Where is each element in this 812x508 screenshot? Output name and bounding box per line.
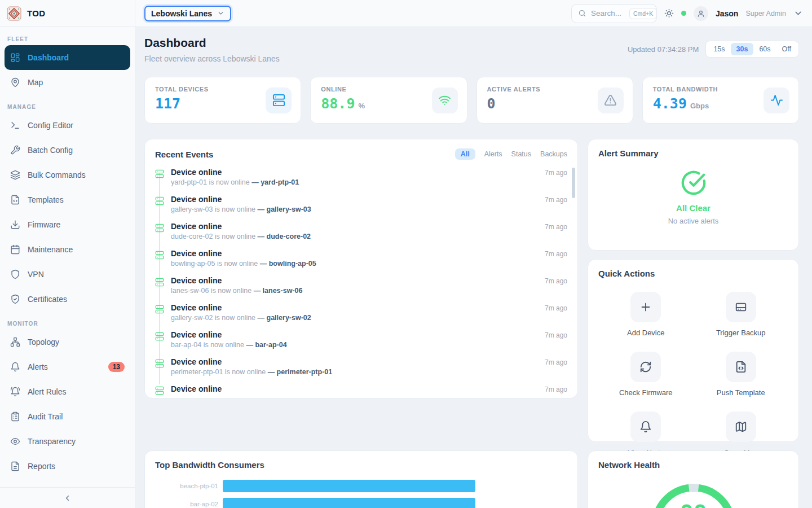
refresh-option-30s[interactable]: 30s xyxy=(731,43,754,55)
action-label: Check Firmware xyxy=(619,388,673,397)
site-selector[interactable]: Lebowski Lanes xyxy=(144,6,231,21)
sidebar-collapse-button[interactable] xyxy=(0,487,135,508)
event-row[interactable]: Device online7m ago yard-ptp-01 is now o… xyxy=(155,167,567,194)
dashboard-icon xyxy=(10,52,20,63)
main-area: Lebowski Lanes Cmd+K Jason Super Admin xyxy=(135,0,812,508)
bar-row: bar-ap-02 xyxy=(155,498,567,508)
sidebar-header: TOD xyxy=(0,0,135,27)
action-push-template[interactable]: Push Template xyxy=(694,344,789,404)
sidebar-item-bulk-commands[interactable]: Bulk Commands xyxy=(5,163,130,187)
events-scrollbar-thumb[interactable] xyxy=(572,168,575,198)
sidebar-item-topology[interactable]: Topology xyxy=(5,330,130,354)
theme-toggle-button[interactable] xyxy=(664,8,674,18)
bar[interactable] xyxy=(223,480,475,492)
event-row[interactable]: Device online7m ago dude-core-02 is now … xyxy=(155,221,567,248)
event-time: 7m ago xyxy=(545,169,567,177)
sidebar-item-transparency[interactable]: Transparency xyxy=(5,429,130,454)
bar[interactable] xyxy=(223,498,475,508)
sidebar-item-dashboard[interactable]: Dashboard xyxy=(5,45,130,70)
sidebar-item-firmware[interactable]: Firmware xyxy=(5,212,130,237)
sidebar-item-alerts[interactable]: Alerts 13 xyxy=(5,354,130,379)
health-value: 88 xyxy=(646,501,742,508)
wrench-icon xyxy=(10,145,20,155)
event-title: Device online xyxy=(171,384,222,393)
event-title: Device online xyxy=(171,195,222,204)
filter-all[interactable]: All xyxy=(455,148,475,160)
event-description: perimeter-ptp-01 is now online — perimet… xyxy=(171,368,567,376)
file-text-icon xyxy=(10,461,20,471)
event-row[interactable]: Device online7m ago bar-ap-04 is now onl… xyxy=(155,329,567,356)
action-add-device[interactable]: Add Device xyxy=(598,284,694,344)
stat-cards-row: TOTAL DEVICES 117 ONLINE 88.9 % ACTIVE A… xyxy=(144,77,799,124)
sidebar-item-batch-config[interactable]: Batch Config xyxy=(5,138,130,163)
quick-actions-title: Quick Actions xyxy=(598,269,655,278)
search-box[interactable]: Cmd+K xyxy=(571,4,657,23)
event-row[interactable]: Device online7m ago xyxy=(155,383,567,398)
search-shortcut-badge: Cmd+K xyxy=(629,8,657,19)
topbar-right: Cmd+K Jason Super Admin xyxy=(571,4,803,23)
shield-check-icon xyxy=(10,294,20,304)
event-device: — bar-ap-04 xyxy=(246,341,286,349)
sidebar-item-label: Dashboard xyxy=(28,53,69,62)
clipboard-icon xyxy=(10,411,20,422)
sidebar-item-templates[interactable]: Templates xyxy=(5,187,130,212)
event-device: — dude-core-02 xyxy=(258,233,311,240)
alerts-count-badge: 13 xyxy=(108,362,125,372)
sidebar-item-maintenance[interactable]: Maintenance xyxy=(5,237,130,262)
alert-triangle-icon xyxy=(598,87,624,113)
event-time: 7m ago xyxy=(545,331,567,339)
sidebar-item-label: Batch Config xyxy=(28,146,73,155)
event-description: bowling-ap-05 is now online — bowling-ap… xyxy=(171,260,567,268)
event-title: Device online xyxy=(171,249,222,258)
action-check-firmware[interactable]: Check Firmware xyxy=(598,344,694,404)
event-row[interactable]: Device online7m ago bowling-ap-05 is now… xyxy=(155,248,567,275)
refresh-icon xyxy=(630,352,661,382)
bandwidth-chart-card: Top Bandwidth Consumers beach-ptp-01 bar… xyxy=(144,450,578,508)
refresh-option-60s[interactable]: 60s xyxy=(753,43,776,55)
layers-icon xyxy=(10,170,20,180)
search-input[interactable] xyxy=(591,9,625,17)
filter-status[interactable]: Status xyxy=(511,150,531,158)
event-row[interactable]: Device online7m ago gallery-sw-02 is now… xyxy=(155,302,567,329)
stat-card-total-bandwidth: TOTAL BANDWIDTH 4.39 Gbps xyxy=(642,77,799,124)
page-title: Dashboard xyxy=(144,36,280,50)
action-trigger-backup[interactable]: Trigger Backup xyxy=(694,284,789,344)
bell-icon xyxy=(10,362,20,372)
bar-label: bar-ap-02 xyxy=(155,501,218,507)
sidebar-item-vpn[interactable]: VPN xyxy=(5,262,130,287)
filter-backups[interactable]: Backups xyxy=(540,150,567,158)
refresh-option-15s[interactable]: 15s xyxy=(708,43,730,55)
topbar: Lebowski Lanes Cmd+K Jason Super Admin xyxy=(135,0,812,27)
event-title: Device online xyxy=(171,357,222,366)
sidebar-item-audit-trail[interactable]: Audit Trail xyxy=(5,404,130,429)
health-gauge: 88 xyxy=(646,478,742,508)
server-icon xyxy=(155,359,164,368)
event-row[interactable]: Device online7m ago perimeter-ptp-01 is … xyxy=(155,356,567,383)
bandwidth-bars: beach-ptp-01 bar-ap-02 xyxy=(155,480,567,508)
avatar[interactable] xyxy=(694,6,708,21)
bar-row: beach-ptp-01 xyxy=(155,480,567,492)
sidebar-item-map[interactable]: Map xyxy=(5,70,130,95)
site-selector-value: Lebowski Lanes xyxy=(151,9,212,18)
sidebar-item-certificates[interactable]: Certificates xyxy=(5,287,130,312)
event-row[interactable]: Device online7m ago lanes-sw-06 is now o… xyxy=(155,275,567,302)
event-description: yard-ptp-01 is now online — yard-ptp-01 xyxy=(171,178,567,186)
sidebar-item-label: Maintenance xyxy=(28,245,73,254)
event-description: bar-ap-04 is now online — bar-ap-04 xyxy=(171,341,567,349)
event-time: 7m ago xyxy=(545,223,567,231)
filter-alerts[interactable]: Alerts xyxy=(484,150,502,158)
stat-value: 4.39 xyxy=(653,97,687,111)
event-row[interactable]: Device online7m ago gallery-sw-03 is now… xyxy=(155,194,567,221)
search-icon xyxy=(578,9,586,17)
sidebar-item-config-editor[interactable]: Config Editor xyxy=(5,113,130,138)
event-title: Device online xyxy=(171,168,222,177)
refresh-option-off[interactable]: Off xyxy=(776,43,797,55)
sidebar-item-reports[interactable]: Reports xyxy=(5,454,130,479)
event-description: dude-core-02 is now online — dude-core-0… xyxy=(171,233,567,240)
sidebar-item-label: VPN xyxy=(28,270,44,279)
recent-events-title: Recent Events xyxy=(155,150,213,159)
user-menu-button[interactable] xyxy=(793,8,803,18)
action-label: Add Device xyxy=(627,329,664,337)
sidebar-item-alert-rules[interactable]: Alert Rules xyxy=(5,379,130,404)
stat-value: 88.9 xyxy=(321,97,355,111)
